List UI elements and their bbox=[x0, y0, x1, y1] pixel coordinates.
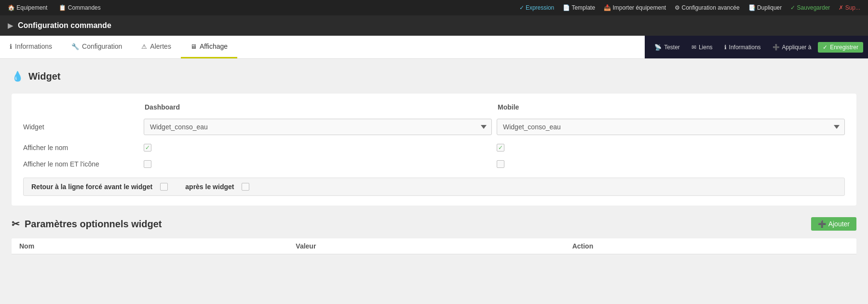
col-mobile: Mobile bbox=[497, 103, 845, 111]
form-columns-header: Dashboard Mobile bbox=[23, 103, 845, 111]
top-bar-left: 🏠 Equipement 📋 Commandes bbox=[5, 3, 513, 12]
sauvegarder-btn[interactable]: ✓ Sauvegarder bbox=[787, 3, 833, 12]
wrench-icon: 🔧 bbox=[71, 43, 79, 50]
widget-label: Widget bbox=[23, 123, 139, 131]
widget-form: Dashboard Mobile Widget Widget_conso_eau… bbox=[12, 94, 856, 206]
tab-alertes[interactable]: ⚠ Alertes bbox=[132, 36, 181, 58]
commandes-tab-btn[interactable]: 📋 Commandes bbox=[56, 3, 103, 12]
dashboard-afficher-nom-cell bbox=[144, 144, 492, 152]
dupliquer-btn[interactable]: 📑 Dupliquer bbox=[746, 3, 785, 12]
top-bar: 🏠 Equipement 📋 Commandes ✓ Expression 📄 … bbox=[0, 0, 868, 15]
dashboard-afficher-icone-checkbox[interactable] bbox=[144, 160, 151, 168]
supprimer-btn[interactable]: ✗ Sup... bbox=[836, 3, 863, 12]
mobile-afficher-icone-cell bbox=[497, 160, 845, 168]
params-section: ✂ Paramètres optionnels widget ➕ Ajouter… bbox=[12, 217, 856, 254]
params-col-action: Action bbox=[572, 242, 849, 250]
config-avancee-btn[interactable]: ⚙ Configuration avancée bbox=[672, 3, 742, 12]
tab-informations[interactable]: ℹ Informations bbox=[0, 36, 62, 58]
informations-btn[interactable]: ℹ Informations bbox=[719, 42, 766, 53]
mobile-afficher-icone-checkbox[interactable] bbox=[497, 160, 504, 168]
params-col-nom: Nom bbox=[19, 242, 296, 250]
display-icon: 🖥 bbox=[190, 43, 197, 50]
widget-section-title: Widget bbox=[28, 71, 60, 82]
col-empty bbox=[23, 103, 139, 111]
afficher-nom-row: Afficher le nom bbox=[23, 142, 845, 153]
retour-avant-checkbox[interactable] bbox=[160, 183, 168, 191]
action-bar: 📡 Tester ✉ Liens ℹ Informations ➕ Appliq… bbox=[645, 36, 868, 58]
dashboard-afficher-icone-cell bbox=[144, 160, 492, 168]
top-bar-right: ✓ Expression 📄 Template 📥 Importer équip… bbox=[516, 3, 863, 12]
plus2-icon: ➕ bbox=[818, 220, 826, 228]
dashboard-afficher-nom-checkbox[interactable] bbox=[144, 144, 151, 152]
retour-row: Retour à la ligne forcé avant le widget … bbox=[23, 178, 845, 196]
mobile-afficher-nom-checkbox[interactable] bbox=[497, 144, 504, 152]
info2-icon: ℹ bbox=[724, 44, 727, 51]
apres-label: après le widget bbox=[185, 183, 234, 191]
page-title-bar: ▶ Configuration commande bbox=[0, 15, 868, 36]
params-col-valeur: Valeur bbox=[296, 242, 572, 250]
scissors-icon: ✂ bbox=[12, 218, 20, 230]
expand-icon: ▶ bbox=[8, 22, 13, 29]
rss-icon: 📡 bbox=[654, 44, 662, 51]
main-tabs: ℹ Informations 🔧 Configuration ⚠ Alertes… bbox=[0, 36, 237, 58]
mobile-afficher-nom-cell bbox=[497, 144, 845, 152]
tab-configuration[interactable]: 🔧 Configuration bbox=[62, 36, 132, 58]
retour-label: Retour à la ligne forcé avant le widget bbox=[31, 183, 152, 191]
retour-apres-checkbox[interactable] bbox=[242, 183, 249, 191]
equipement-tab-btn[interactable]: 🏠 Equipement bbox=[5, 3, 50, 12]
plus-icon: ➕ bbox=[773, 44, 780, 51]
water-icon: 💧 bbox=[12, 70, 24, 82]
params-table-header: Nom Valeur Action bbox=[12, 238, 856, 254]
mobile-widget-container: Widget_conso_eau bbox=[497, 119, 845, 135]
afficher-icone-label: Afficher le nom ET l'icône bbox=[23, 160, 139, 168]
params-header: ✂ Paramètres optionnels widget ➕ Ajouter bbox=[12, 217, 856, 231]
params-title: ✂ Paramètres optionnels widget bbox=[12, 218, 162, 230]
appliquer-btn[interactable]: ➕ Appliquer à bbox=[768, 42, 816, 53]
tabs-action-bar: ℹ Informations 🔧 Configuration ⚠ Alertes… bbox=[0, 36, 868, 59]
mail-icon: ✉ bbox=[692, 44, 696, 51]
widget-row: Widget Widget_conso_eau Widget_conso_eau bbox=[23, 117, 845, 137]
alert-icon: ⚠ bbox=[141, 43, 147, 50]
main-content: 💧 Widget Dashboard Mobile Widget Widget_… bbox=[0, 59, 868, 300]
expression-btn[interactable]: ✓ Expression bbox=[516, 3, 557, 12]
afficher-nom-label: Afficher le nom bbox=[23, 144, 139, 152]
template-btn[interactable]: 📄 Template bbox=[560, 3, 598, 12]
dashboard-widget-container: Widget_conso_eau bbox=[144, 119, 492, 135]
liens-btn[interactable]: ✉ Liens bbox=[687, 42, 718, 53]
info-icon: ℹ bbox=[10, 43, 12, 50]
check-icon: ✓ bbox=[823, 44, 827, 51]
add-param-button[interactable]: ➕ Ajouter bbox=[811, 217, 856, 231]
afficher-icone-row: Afficher le nom ET l'icône bbox=[23, 158, 845, 170]
importer-btn[interactable]: 📥 Importer équipement bbox=[601, 3, 669, 12]
page-title: Configuration commande bbox=[18, 21, 111, 30]
tester-btn[interactable]: 📡 Tester bbox=[650, 42, 685, 53]
enregistrer-btn[interactable]: ✓ Enregistrer bbox=[818, 42, 863, 53]
dashboard-widget-select[interactable]: Widget_conso_eau bbox=[144, 119, 492, 135]
tab-affichage[interactable]: 🖥 Affichage bbox=[181, 36, 237, 58]
mobile-widget-select[interactable]: Widget_conso_eau bbox=[497, 119, 845, 135]
widget-section-header: 💧 Widget bbox=[12, 70, 856, 82]
col-dashboard: Dashboard bbox=[144, 103, 492, 111]
footer: (c) http://www.ObjetsConnectes.be bbox=[0, 300, 868, 304]
